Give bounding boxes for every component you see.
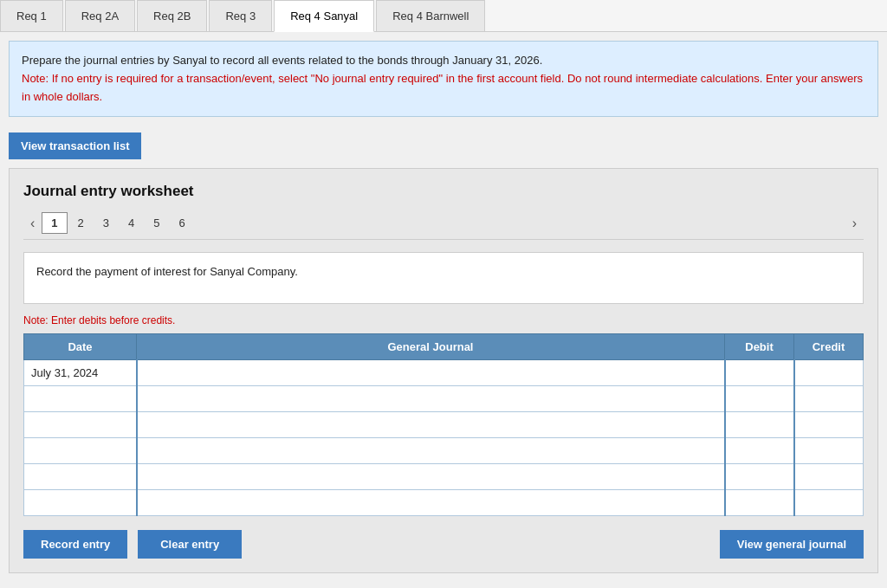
worksheet-container: Journal entry worksheet ‹ 1 2 3 4 5 6 › …	[9, 168, 878, 573]
tabs-bar: Req 1 Req 2A Req 2B Req 3 Req 4 Sanyal R…	[0, 0, 887, 32]
credit-cell-3[interactable]	[794, 412, 864, 438]
debit-cell-2[interactable]	[725, 386, 794, 412]
entry-note: Note: Enter debits before credits.	[23, 314, 864, 326]
info-red-text: Note: If no entry is required for a tran…	[22, 72, 863, 103]
worksheet-title: Journal entry worksheet	[23, 183, 864, 200]
debit-input-4[interactable]	[726, 438, 793, 463]
table-row: July 31, 2024	[24, 360, 864, 386]
date-cell-2	[24, 386, 137, 412]
page-6-button[interactable]: 6	[171, 213, 194, 233]
debit-cell-1[interactable]	[725, 360, 794, 386]
col-date-header: Date	[24, 334, 137, 360]
debit-input-2[interactable]	[726, 386, 793, 411]
date-cell-4	[24, 438, 137, 464]
credit-input-3[interactable]	[795, 412, 864, 437]
page-navigation: ‹ 1 2 3 4 5 6 ›	[23, 212, 864, 240]
gj-cell-2[interactable]	[137, 386, 725, 412]
gj-cell-1[interactable]	[137, 360, 725, 386]
credit-input-4[interactable]	[795, 438, 864, 463]
description-box: Record the payment of interest for Sanya…	[23, 252, 864, 304]
page-1-button[interactable]: 1	[42, 212, 67, 234]
credit-input-6[interactable]	[795, 490, 864, 515]
tab-req4sanyal[interactable]: Req 4 Sanyal	[274, 0, 374, 32]
credit-input-2[interactable]	[795, 386, 864, 411]
debit-input-5[interactable]	[726, 464, 793, 489]
gj-input-5[interactable]	[138, 464, 724, 489]
gj-input-3[interactable]	[138, 412, 724, 437]
credit-cell-6[interactable]	[794, 490, 864, 516]
credit-cell-5[interactable]	[794, 464, 864, 490]
gj-input-6[interactable]	[138, 490, 724, 515]
action-buttons: Record entry Clear entry View general jo…	[23, 530, 864, 559]
debit-cell-5[interactable]	[725, 464, 794, 490]
info-main-text: Prepare the journal entries by Sanyal to…	[22, 54, 542, 67]
date-cell-3	[24, 412, 137, 438]
credit-cell-4[interactable]	[794, 438, 864, 464]
gj-cell-3[interactable]	[137, 412, 725, 438]
tab-req4barnwell[interactable]: Req 4 Barnwell	[376, 0, 485, 31]
gj-cell-5[interactable]	[137, 464, 725, 490]
credit-cell-2[interactable]	[794, 386, 864, 412]
tab-req1[interactable]: Req 1	[0, 0, 63, 31]
page-2-button[interactable]: 2	[69, 213, 93, 233]
gj-input-1[interactable]	[138, 360, 724, 385]
journal-table: Date General Journal Debit Credit July 3…	[23, 333, 864, 516]
table-row	[24, 438, 864, 464]
info-box: Prepare the journal entries by Sanyal to…	[9, 41, 878, 117]
tab-req2b[interactable]: Req 2B	[137, 0, 207, 31]
date-cell-1: July 31, 2024	[24, 360, 137, 386]
debit-input-6[interactable]	[726, 490, 793, 515]
gj-input-4[interactable]	[138, 438, 724, 463]
credit-cell-1[interactable]	[794, 360, 864, 386]
debit-cell-4[interactable]	[725, 438, 794, 464]
credit-input-1[interactable]	[795, 360, 864, 385]
next-page-button[interactable]: ›	[845, 214, 864, 233]
date-cell-5	[24, 464, 137, 490]
view-transaction-button[interactable]: View transaction list	[9, 132, 141, 159]
tab-req3[interactable]: Req 3	[209, 0, 272, 31]
view-general-journal-button[interactable]: View general journal	[720, 530, 864, 559]
gj-input-2[interactable]	[138, 386, 724, 411]
gj-cell-6[interactable]	[137, 490, 725, 516]
date-cell-6	[24, 490, 137, 516]
table-row	[24, 386, 864, 412]
col-credit-header: Credit	[794, 334, 864, 360]
debit-input-1[interactable]	[726, 360, 793, 385]
page-3-button[interactable]: 3	[94, 213, 118, 233]
page-4-button[interactable]: 4	[120, 213, 143, 233]
record-entry-button[interactable]: Record entry	[23, 530, 127, 559]
credit-input-5[interactable]	[795, 464, 864, 489]
col-gj-header: General Journal	[137, 334, 725, 360]
description-text: Record the payment of interest for Sanya…	[36, 265, 298, 278]
table-row	[24, 464, 864, 490]
debit-input-3[interactable]	[726, 412, 793, 437]
table-row	[24, 490, 864, 516]
prev-page-button[interactable]: ‹	[23, 214, 42, 233]
page-5-button[interactable]: 5	[145, 213, 168, 233]
debit-cell-3[interactable]	[725, 412, 794, 438]
table-row	[24, 412, 864, 438]
clear-entry-button[interactable]: Clear entry	[138, 530, 242, 559]
debit-cell-6[interactable]	[725, 490, 794, 516]
tab-req2a[interactable]: Req 2A	[65, 0, 135, 31]
col-debit-header: Debit	[725, 334, 794, 360]
gj-cell-4[interactable]	[137, 438, 725, 464]
